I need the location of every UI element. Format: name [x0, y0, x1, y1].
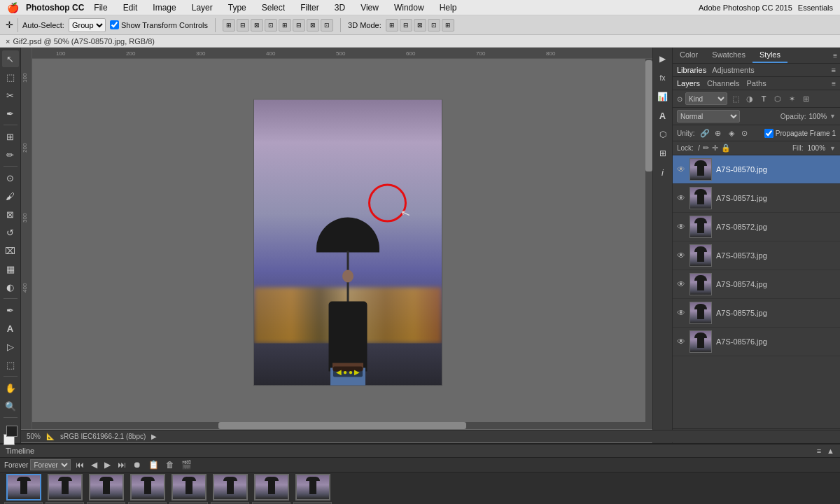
menu-image[interactable]: Image [150, 1, 178, 14]
trash-frame-btn[interactable]: 🗑 [164, 459, 176, 470]
dodge-tool[interactable]: ◐ [2, 279, 19, 295]
info-icon[interactable]: i [654, 164, 671, 181]
menu-layer[interactable]: Layer [189, 1, 216, 14]
propagate-checkbox[interactable] [764, 129, 774, 138]
layers-panel-menu[interactable]: ≡ [832, 80, 836, 88]
3d-icon-1[interactable]: ⊞ [386, 19, 398, 31]
filter-pixel-icon[interactable]: ⬚ [730, 93, 741, 104]
vscroll-thumb[interactable] [645, 60, 652, 172]
fill-chevron[interactable]: ▼ [830, 145, 836, 152]
lock-visibility-icon[interactable]: ⊙ [739, 127, 750, 139]
tab-close-btn[interactable]: × [6, 37, 10, 46]
hscroll-thumb[interactable] [218, 422, 466, 429]
filter-shape-icon[interactable]: ⬡ [772, 93, 783, 104]
timeline-panel-menu[interactable]: ≡ [817, 447, 821, 455]
lock-move-icon[interactable]: ✛ [712, 144, 718, 153]
timeline-frame[interactable]: 60.1 sec. [211, 472, 249, 504]
timeline-collapse[interactable]: ▲ [827, 447, 834, 455]
timeline-frame[interactable]: 10.1 sec. [4, 472, 43, 504]
fx-icon[interactable]: fx [654, 69, 671, 86]
libraries-menu[interactable]: ≡ [832, 66, 836, 74]
next-frame-btn[interactable]: ⏭ [115, 459, 128, 470]
eyedropper-tool[interactable]: ✏ [2, 146, 19, 163]
layer-item[interactable]: 👁A7S-08572.jpg [673, 213, 840, 241]
tab-styles[interactable]: Styles [752, 48, 788, 63]
3d-icon-4[interactable]: ⊡ [428, 19, 440, 31]
frame-thumbnail[interactable] [213, 474, 248, 500]
layer-visibility-icon[interactable]: 👁 [677, 164, 685, 174]
tab-color[interactable]: Color [673, 48, 705, 63]
align-bottom-icon[interactable]: ⊟ [293, 19, 305, 31]
tab-adjustments[interactable]: Adjustments [712, 66, 755, 74]
menu-3d[interactable]: 3D [332, 1, 348, 14]
menu-file[interactable]: File [91, 1, 110, 14]
tab-layers[interactable]: Layers [677, 79, 700, 88]
layer-item[interactable]: 👁A7S-08576.jpg [673, 328, 840, 356]
timeline-frame[interactable]: 30.1 sec. [87, 472, 125, 504]
hand-tool[interactable]: ✋ [2, 379, 19, 396]
type-tool[interactable]: A [2, 320, 19, 337]
frame-thumbnail[interactable] [89, 474, 124, 500]
panel-collapse-icon[interactable]: ≡ [833, 52, 837, 59]
canvas-vscroll[interactable] [645, 59, 652, 429]
history-brush-tool[interactable]: ↺ [2, 224, 19, 241]
filter-layer-icon[interactable]: ⊞ [800, 93, 811, 104]
filter-adjustment-icon[interactable]: ◑ [744, 93, 755, 104]
layer-visibility-icon[interactable]: 👁 [677, 251, 685, 260]
heal-tool[interactable]: ⊙ [2, 169, 19, 186]
frame-thumbnail[interactable] [48, 474, 83, 500]
layer-visibility-icon[interactable]: 👁 [677, 337, 685, 346]
play-pause-btn[interactable]: ▶ [102, 459, 113, 470]
essentials-dropdown[interactable]: Essentials [798, 4, 833, 12]
tab-libraries[interactable]: Libraries [677, 66, 706, 74]
menu-view[interactable]: View [358, 1, 382, 14]
align-right-icon[interactable]: ⊠ [251, 19, 263, 31]
gradient-tool[interactable]: ▦ [2, 260, 19, 277]
filter-smart-icon[interactable]: ✶ [786, 93, 797, 104]
layer-item[interactable]: 👁A7S-08571.jpg [673, 184, 840, 213]
align-middle-icon[interactable]: ⊞ [279, 19, 291, 31]
align-top-icon[interactable]: ⊡ [265, 19, 277, 31]
play-icon[interactable]: ▶ [654, 50, 671, 67]
frame-thumbnail[interactable] [6, 474, 41, 500]
timeline-frame[interactable]: 40.1 sec. [128, 472, 167, 504]
tween-btn[interactable]: 🎬 [179, 459, 194, 470]
record-btn[interactable]: ⏺ [131, 459, 144, 470]
first-frame-btn[interactable]: ⏮ [74, 459, 86, 470]
chart-icon[interactable]: 📊 [654, 88, 671, 105]
lock-all-icon[interactable]: 🔒 [721, 144, 731, 153]
frame-thumbnail[interactable] [295, 474, 330, 500]
menu-help[interactable]: Help [437, 1, 460, 14]
auto-select-dropdown[interactable]: Group Layer [69, 18, 106, 32]
menu-window[interactable]: Window [391, 1, 427, 14]
canvas-frame[interactable]: ↖ ◀ ● ● ▶ [253, 99, 442, 386]
lasso-tool[interactable]: ✂ [2, 87, 19, 104]
menu-edit[interactable]: Edit [120, 1, 141, 14]
timeline-frame[interactable]: 70.1 sec. [252, 472, 290, 504]
lock-style-icon[interactable]: ◈ [726, 127, 737, 139]
add-frame-btn[interactable]: 📋 [146, 459, 161, 470]
timeline-frame[interactable]: 20.1 sec. [46, 472, 84, 504]
layer-item[interactable]: 👁A7S-08573.jpg [673, 241, 840, 270]
tab-channels[interactable]: Channels [707, 79, 739, 88]
3d-icon-5[interactable]: ⊞ [442, 19, 454, 31]
frame-thumbnail[interactable] [130, 474, 165, 500]
menu-filter[interactable]: Filter [298, 1, 322, 14]
align-left-icon[interactable]: ⊞ [223, 19, 235, 31]
filter-type-icon[interactable]: T [758, 93, 769, 104]
play-btn-status[interactable]: ▶ [151, 433, 157, 440]
pen-tool[interactable]: ✒ [2, 302, 19, 318]
link-icon[interactable]: 🔗 [699, 127, 710, 139]
canvas-hscroll[interactable] [32, 422, 652, 429]
brush-tool[interactable]: 🖌 [2, 188, 19, 204]
text-icon-right[interactable]: A [654, 107, 671, 124]
grid-icon[interactable]: ⊞ [654, 145, 671, 162]
layer-visibility-icon[interactable]: 👁 [677, 308, 685, 318]
dist-h-icon[interactable]: ⊠ [307, 19, 319, 31]
path-select-tool[interactable]: ▷ [2, 338, 19, 355]
nav-icon-4[interactable]: ▶ [354, 368, 360, 375]
nav-icon-2[interactable]: ● [343, 368, 347, 375]
select-rect-tool[interactable]: ⬚ [2, 69, 19, 85]
opacity-chevron[interactable]: ▼ [830, 113, 836, 120]
3d-icon-2[interactable]: ⊟ [400, 19, 412, 31]
